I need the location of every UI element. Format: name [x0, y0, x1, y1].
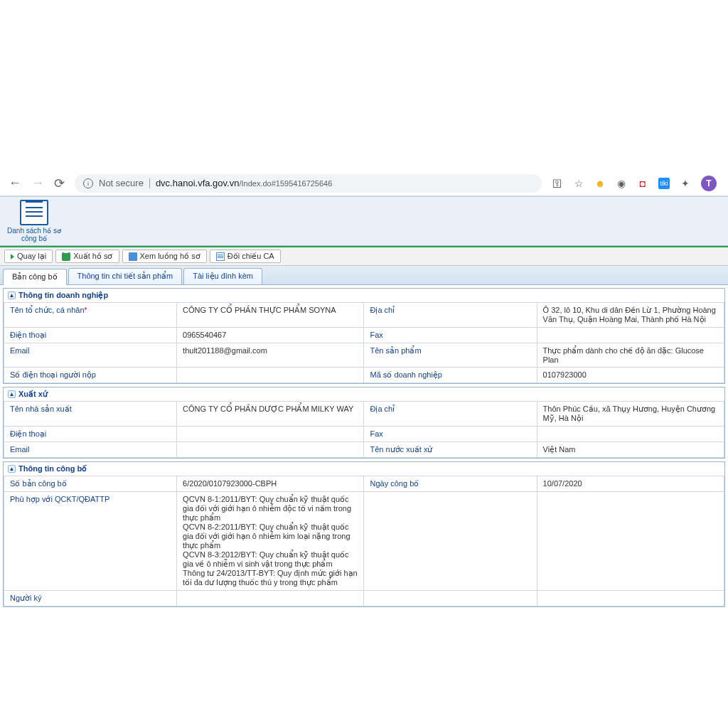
extension-icon-3[interactable]: ◘ [637, 178, 648, 189]
extension-icon-1[interactable]: ☻ [594, 178, 606, 189]
origin-grid: Tên nhà sản xuất CÔNG TY CỔ PHẦN DƯỢC PH… [4, 401, 724, 458]
app-header: Danh sách hồ sơ công bố [0, 196, 728, 246]
company-panel-header[interactable]: ▲ Thông tin doanh nghiệp [4, 289, 724, 302]
country-value: Việt Nam [537, 442, 724, 458]
announcement-panel-title: Thông tin công bố [18, 464, 87, 473]
declaration-date-label: Ngày công bố [364, 476, 537, 492]
address-bar[interactable]: i Not secure dvc.hanoi.vfa.gov.vn/Index.… [75, 174, 542, 193]
conformity-value: QCVN 8-1:2011/BYT: Quy chuẩn kỹ thuật qu… [177, 492, 364, 591]
export-button[interactable]: Xuất hồ sơ [55, 250, 119, 263]
country-label: Tên nước xuất xứ [364, 442, 537, 458]
security-status: Not secure [99, 178, 144, 188]
origin-panel: ▲ Xuất xứ Tên nhà sản xuất CÔNG TY CỔ PH… [3, 387, 725, 459]
announcement-panel-header[interactable]: ▲ Thông tin công bố [4, 462, 724, 476]
browser-toolbar: ← → ⟳ i Not secure dvc.hanoi.vfa.gov.vn/… [0, 171, 728, 196]
conformity-label: Phù hợp với QCKT/QĐATTP [4, 492, 177, 591]
empty-label [364, 492, 537, 591]
back-icon [11, 254, 14, 259]
origin-email-label: Email [4, 442, 177, 458]
enterprise-code-value: 0107923000 [537, 368, 724, 383]
extension-icon-4[interactable]: tiki [658, 178, 670, 189]
address-label: Địa chỉ [364, 303, 537, 328]
compare-icon [216, 252, 225, 261]
org-name-label: Tên tổ chức, cá nhân [4, 303, 177, 328]
origin-address-label: Địa chỉ [364, 402, 537, 427]
compare-label: Đối chiếu CA [228, 252, 274, 261]
reload-icon[interactable]: ⟳ [54, 176, 65, 191]
phone-label: Điện thoại [4, 328, 177, 343]
tab-bar: Bản công bố Thông tin chi tiết sản phẩm … [0, 266, 728, 285]
announcement-grid: Số bản công bố 6/2020/0107923000-CBPH Ng… [4, 476, 724, 606]
company-panel: ▲ Thông tin doanh nghiệp Tên tổ chức, cá… [3, 288, 725, 384]
export-label: Xuất hồ sơ [73, 252, 112, 261]
signer-value [177, 591, 364, 606]
origin-panel-title: Xuất xứ [18, 390, 48, 399]
key-icon[interactable]: ⚿ [552, 178, 563, 189]
fax-value [537, 328, 724, 343]
origin-fax-label: Fax [364, 427, 537, 442]
divider [149, 178, 150, 188]
site-info-icon[interactable]: i [83, 178, 93, 188]
tab-declaration[interactable]: Bản công bố [3, 269, 67, 285]
export-icon [62, 252, 70, 261]
email-value: thult201188@gmail.com [177, 343, 364, 368]
empty-label-2 [364, 591, 537, 606]
collapse-icon[interactable]: ▲ [8, 291, 16, 299]
record-list-label: Danh sách hồ sơ công bố [6, 227, 63, 242]
submitter-phone-value [177, 368, 364, 383]
record-list-button[interactable]: Danh sách hồ sơ công bố [6, 200, 63, 245]
product-label: Tên sản phẩm [364, 343, 537, 368]
origin-phone-value [177, 427, 364, 442]
declaration-date-value: 10/07/2020 [537, 476, 724, 492]
origin-fax-value [537, 427, 724, 442]
view-flow-button[interactable]: Xem luồng hồ sơ [122, 250, 207, 263]
declaration-no-value: 6/2020/0107923000-CBPH [177, 476, 364, 492]
chrome-actions: ⚿ ☆ ☻ ◉ ◘ tiki ✦ T [552, 176, 719, 191]
address-value: Ô 32, lô 10, Khu di dân Đền Lừ 1, Phường… [537, 303, 724, 328]
origin-panel-header[interactable]: ▲ Xuất xứ [4, 387, 724, 401]
origin-email-value [177, 442, 364, 458]
extension-icon-2[interactable]: ◉ [616, 178, 627, 189]
declaration-no-label: Số bản công bố [4, 476, 177, 492]
manufacturer-label: Tên nhà sản xuất [4, 402, 177, 427]
collapse-icon[interactable]: ▲ [8, 465, 16, 473]
email-label: Email [4, 343, 177, 368]
nav-back-icon[interactable]: ← [9, 176, 21, 191]
flow-icon [129, 252, 137, 261]
url-display: dvc.hanoi.vfa.gov.vn/Index.do#1595416725… [156, 178, 332, 188]
document-list-icon [20, 200, 48, 225]
profile-avatar[interactable]: T [701, 176, 717, 191]
extensions-puzzle-icon[interactable]: ✦ [680, 178, 691, 189]
announcement-panel: ▲ Thông tin công bố Số bản công bố 6/202… [3, 461, 725, 607]
submitter-phone-label: Số điện thoại người nộp [4, 368, 177, 383]
origin-address-value: Thôn Phúc Cầu, xã Thụy Hương, Huyện Chươ… [537, 402, 724, 427]
phone-value: 0965540467 [177, 328, 364, 343]
back-button[interactable]: Quay lại [4, 250, 53, 263]
empty-value-2 [537, 591, 724, 606]
collapse-icon[interactable]: ▲ [8, 390, 16, 398]
company-grid: Tên tổ chức, cá nhân CÔNG TY CỔ PHẦN THỰ… [4, 302, 724, 383]
origin-phone-label: Điện thoại [4, 427, 177, 442]
signer-label: Người ký [4, 591, 177, 606]
org-name-value: CÔNG TY CỔ PHẦN THỰC PHẨM SOYNA [177, 303, 364, 328]
tab-attachments[interactable]: Tài liệu đính kèm [183, 268, 262, 284]
company-panel-title: Thông tin doanh nghiệp [18, 291, 108, 300]
tab-product-detail[interactable]: Thông tin chi tiết sản phẩm [68, 268, 183, 284]
back-label: Quay lại [17, 252, 46, 261]
compare-ca-button[interactable]: Đối chiếu CA [210, 250, 281, 263]
empty-value [537, 492, 724, 591]
fax-label: Fax [364, 328, 537, 343]
nav-forward-icon[interactable]: → [31, 176, 44, 191]
product-value: Thực phẩm dành cho chế độ ăn đặc: Glucos… [537, 343, 724, 368]
action-toolbar: Quay lại Xuất hồ sơ Xem luồng hồ sơ Đối … [0, 247, 728, 266]
bookmark-icon[interactable]: ☆ [573, 178, 584, 189]
manufacturer-value: CÔNG TY CỔ PHẦN DƯỢC PHẨM MILKY WAY [177, 402, 364, 427]
flow-label: Xem luồng hồ sơ [140, 252, 200, 261]
enterprise-code-label: Mã số doanh nghiệp [364, 368, 537, 383]
